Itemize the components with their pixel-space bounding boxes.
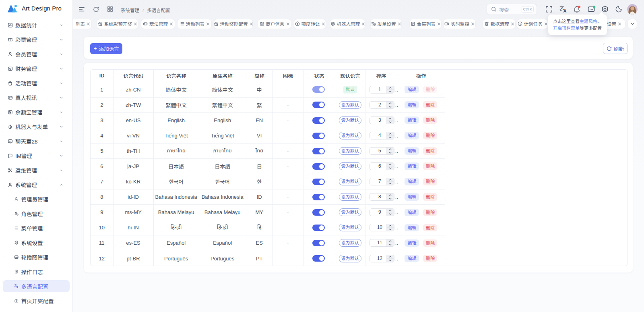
svg-text:A: A — [564, 8, 567, 13]
svg-text:A: A — [17, 286, 19, 289]
